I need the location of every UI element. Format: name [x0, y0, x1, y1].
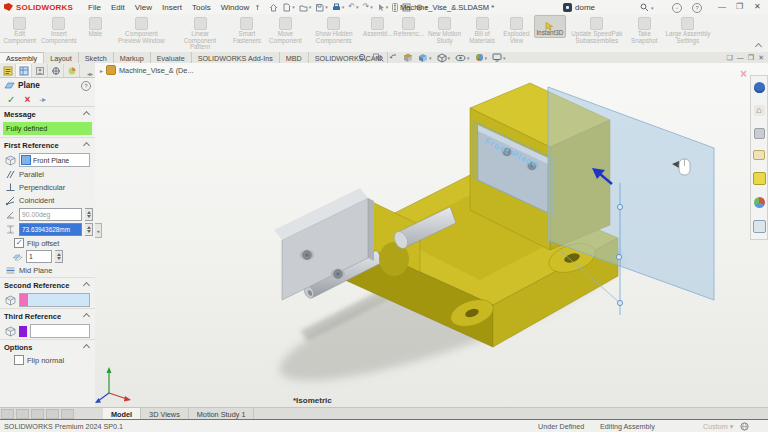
- offset-distance-input[interactable]: 73.63943628mm: [19, 223, 82, 236]
- second-reference-section-header[interactable]: Second Reference: [0, 277, 95, 292]
- constraint-parallel[interactable]: Parallel: [0, 168, 95, 181]
- dimxpert-manager-tab[interactable]: [48, 64, 64, 77]
- ribbon-insert-components[interactable]: Insert Components: [38, 15, 79, 44]
- first-reference-section-header[interactable]: First Reference: [0, 137, 95, 152]
- assembly-tree-item[interactable]: Machine_Vise_& (De...: [119, 66, 194, 75]
- ribbon-assembly-features[interactable]: Assembl...: [363, 15, 393, 38]
- third-reference-section-header[interactable]: Third Reference: [0, 308, 95, 323]
- tab-splitter-handle[interactable]: [61, 409, 74, 419]
- redo-icon[interactable]: ↷▾: [362, 3, 372, 11]
- menu-window[interactable]: Window: [216, 3, 254, 12]
- section-view-icon[interactable]: [403, 53, 413, 63]
- status-globe-icon[interactable]: [740, 422, 749, 431]
- view-settings-icon[interactable]: ▾: [492, 53, 506, 62]
- view-palette-icon[interactable]: [753, 150, 765, 160]
- help-icon[interactable]: ?: [692, 3, 702, 13]
- tree-expand-arrow[interactable]: ▸: [100, 67, 103, 74]
- constraint-perpendicular[interactable]: Perpendicular: [0, 181, 95, 194]
- flip-offset-row[interactable]: ✓ Flip offset: [0, 237, 95, 249]
- search-input[interactable]: dome: [575, 3, 595, 12]
- panel-tab-scroll-arrows[interactable]: ◂▸: [80, 70, 95, 77]
- tab-assembly[interactable]: Assembly: [0, 52, 44, 63]
- ribbon-instant3d[interactable]: Instant3D: [534, 15, 566, 38]
- plane-handle[interactable]: [617, 204, 622, 209]
- property-manager-tab[interactable]: [16, 64, 32, 77]
- open-file-icon[interactable]: ▾: [299, 3, 312, 12]
- select-icon[interactable]: ▾: [377, 3, 389, 12]
- message-section-header[interactable]: Message: [0, 107, 95, 121]
- ribbon-take-snapshot[interactable]: Take Snapshot: [628, 15, 661, 44]
- search-dropdown-caret[interactable]: ▾: [651, 5, 654, 11]
- tab-splitter-handle[interactable]: [46, 409, 59, 419]
- pm-ok-button[interactable]: ✓: [7, 94, 15, 105]
- tab-splitter-handle[interactable]: [31, 409, 44, 419]
- custom-appearance-icon[interactable]: [754, 197, 765, 208]
- custom-toolbar-dropdown[interactable]: Custom ▾: [703, 422, 733, 431]
- third-reference-selection-box[interactable]: [30, 324, 90, 338]
- constraint-coincident[interactable]: Coincident: [0, 194, 95, 207]
- doc-window-icon[interactable]: ❏: [727, 54, 733, 62]
- login-icon[interactable]: ◦: [672, 3, 682, 13]
- tab-solidworks-add-ins[interactable]: SOLIDWORKS Add-Ins: [192, 52, 280, 63]
- pm-cancel-button[interactable]: ×: [24, 94, 30, 105]
- angle-input[interactable]: 90.00deg: [19, 208, 82, 221]
- edit-appearance-icon[interactable]: ▾: [475, 53, 488, 62]
- new-file-icon[interactable]: ▾: [282, 3, 295, 12]
- flip-normal-checkbox[interactable]: [14, 355, 24, 365]
- restore-button[interactable]: ❐: [732, 2, 747, 11]
- ribbon-linear-component-pattern[interactable]: Linear Component Pattern: [172, 15, 227, 51]
- home-icon[interactable]: [269, 3, 278, 12]
- search-box[interactable]: dome: [563, 2, 635, 12]
- graphics-area[interactable]: Front Plane: [95, 63, 768, 407]
- view-orientation-icon[interactable]: ▾: [418, 53, 432, 63]
- menu-file[interactable]: File: [83, 3, 106, 12]
- file-explorer-icon[interactable]: [754, 128, 765, 139]
- appearances-scenes-icon[interactable]: [753, 172, 766, 185]
- ribbon-bill-of-materials[interactable]: Bill of Materials: [465, 15, 499, 44]
- ribbon-smart-fasteners[interactable]: Smart Fasteners: [229, 15, 265, 44]
- undo-icon[interactable]: ↶▾: [348, 3, 358, 11]
- flyout-feature-tree[interactable]: ▸ Machine_Vise_& (De...: [100, 65, 194, 75]
- zoom-fit-icon[interactable]: [358, 53, 368, 62]
- custom-properties-icon[interactable]: [753, 220, 766, 233]
- display-style-icon[interactable]: ▾: [437, 53, 451, 63]
- menu-tools[interactable]: Tools: [187, 3, 216, 12]
- options-section-header[interactable]: Options: [0, 339, 95, 354]
- previous-view-icon[interactable]: [389, 53, 398, 62]
- ribbon-show-hidden-components[interactable]: Show Hidden Components: [306, 15, 362, 44]
- ribbon-edit-component[interactable]: Edit Component: [2, 15, 37, 44]
- save-icon[interactable]: ▾: [315, 3, 328, 12]
- tab-mbd[interactable]: MBD: [280, 52, 309, 63]
- ribbon-collapse-button[interactable]: [755, 42, 762, 49]
- ribbon-large-assembly-settings[interactable]: Large Assembly Settings: [662, 15, 714, 44]
- tab-splitter-handle[interactable]: [1, 409, 14, 419]
- plane-count-input[interactable]: 1: [26, 250, 52, 263]
- doc-close-button[interactable]: ✕: [758, 54, 764, 62]
- menu-edit[interactable]: Edit: [106, 3, 130, 12]
- close-button[interactable]: ✕: [750, 2, 765, 11]
- solidworks-resources-icon[interactable]: [754, 82, 765, 93]
- flip-offset-checkbox[interactable]: ✓: [14, 238, 24, 248]
- confirmation-corner-cancel-icon[interactable]: ×: [740, 67, 747, 81]
- tab-splitter-handle[interactable]: [16, 409, 29, 419]
- ribbon-reference-geometry[interactable]: Referenc...: [394, 15, 424, 38]
- plane-handle[interactable]: [616, 254, 621, 259]
- flip-normal-row[interactable]: Flip normal: [0, 354, 95, 366]
- doc-minimize-button[interactable]: —: [737, 54, 744, 61]
- menu-insert[interactable]: Insert: [157, 3, 187, 12]
- configuration-manager-tab[interactable]: [32, 64, 48, 77]
- print-icon[interactable]: ▾: [332, 3, 345, 12]
- ribbon-exploded-view[interactable]: Exploded View: [500, 15, 533, 44]
- doc-restore-button[interactable]: ❐: [748, 54, 754, 62]
- pm-help-icon[interactable]: ?: [81, 81, 91, 91]
- ribbon-new-motion-study[interactable]: New Motion Study: [425, 15, 465, 44]
- ribbon-update-speedpak[interactable]: Update SpeedPak Subassemblies: [567, 15, 627, 44]
- tab-markup[interactable]: Markup: [114, 52, 151, 63]
- second-reference-selection-box[interactable]: [19, 293, 90, 307]
- pm-keep-visible-icon[interactable]: -▸: [39, 95, 46, 104]
- offset-distance-spinner[interactable]: [85, 223, 93, 236]
- display-manager-tab[interactable]: [64, 64, 80, 77]
- tab-layout[interactable]: Layout: [44, 52, 79, 63]
- feature-manager-tab[interactable]: [0, 64, 16, 77]
- plane-handle[interactable]: [617, 300, 622, 305]
